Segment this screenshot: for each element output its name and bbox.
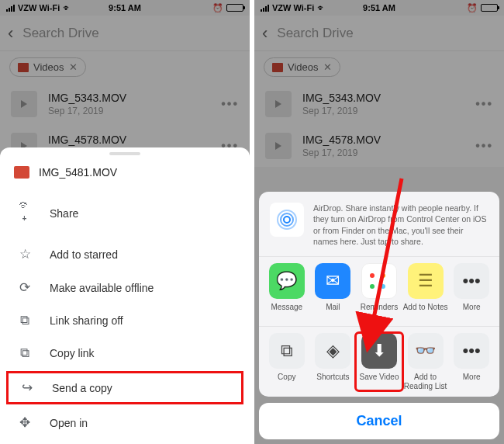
mail-icon: ✉ [315, 263, 350, 299]
action-save-video[interactable]: ⬇ Save Video [356, 333, 402, 390]
open-in-icon: ✥ [17, 415, 33, 431]
action-reading-list[interactable]: 👓 Add to Reading List [402, 333, 449, 390]
sheet-title: IMG_5481.MOV [39, 166, 117, 179]
share-message[interactable]: 💬 Message [264, 263, 310, 320]
share-row-actions: ⧉ Copy ◈ Shortcuts ⬇ Save Video 👓 Add to… [259, 326, 499, 397]
menu-send-copy[interactable]: ↪ Send a copy [6, 371, 243, 404]
more-icon: ••• [454, 263, 489, 299]
star-icon: ☆ [17, 246, 33, 262]
action-more[interactable]: ••• More [448, 333, 495, 390]
message-icon: 💬 [269, 263, 305, 299]
share-notes[interactable]: ☰ Add to Notes [402, 263, 449, 320]
svg-point-0 [284, 217, 290, 223]
send-copy-icon: ↪ [19, 380, 35, 396]
menu-share[interactable]: ᯤ⁺ Share [0, 189, 250, 238]
copy-link-icon: ⧉ [17, 345, 33, 361]
action-copy[interactable]: ⧉ Copy [264, 333, 310, 390]
airdrop-row[interactable]: AirDrop. Share instantly with people nea… [259, 192, 499, 256]
svg-point-1 [281, 213, 293, 226]
video-icon [14, 166, 29, 179]
more-icon: ••• [454, 333, 489, 369]
save-video-icon: ⬇ [361, 333, 397, 369]
share-row-apps: 💬 Message ✉ Mail Reminders ☰ Add to Note… [259, 256, 499, 326]
offline-icon: ⟳ [17, 279, 33, 296]
airdrop-icon [270, 203, 304, 237]
reading-list-icon: 👓 [408, 333, 444, 369]
share-sheet: AirDrop. Share instantly with people nea… [259, 192, 499, 439]
reminders-icon [361, 263, 397, 299]
cancel-button[interactable]: Cancel [259, 403, 499, 439]
bottom-sheet: IMG_5481.MOV ᯤ⁺ Share ☆ Add to starred ⟳… [0, 147, 250, 444]
link-off-icon: ⧉ [17, 313, 33, 328]
share-reminders[interactable]: Reminders [356, 263, 402, 320]
airdrop-text: AirDrop. Share instantly with people nea… [313, 203, 488, 247]
menu-copy-link[interactable]: ⧉ Copy link [0, 337, 250, 369]
sheet-title-row: IMG_5481.MOV [0, 158, 250, 189]
notes-icon: ☰ [408, 263, 444, 299]
share-more-apps[interactable]: ••• More [448, 263, 495, 320]
menu-add-starred[interactable]: ☆ Add to starred [0, 238, 250, 271]
menu-link-sharing-off[interactable]: ⧉ Link sharing off [0, 304, 250, 337]
share-icon: ᯤ⁺ [17, 198, 33, 229]
copy-icon: ⧉ [269, 333, 305, 369]
sheet-grabber[interactable] [109, 152, 140, 155]
left-phone: VZW Wi-Fi ᯤ 9:51 AM ⏰ ‹ Search Drive Vid… [0, 0, 250, 444]
menu-open-in[interactable]: ✥ Open in [0, 406, 250, 439]
share-mail[interactable]: ✉ Mail [310, 263, 357, 320]
right-phone: VZW Wi-Fi ᯤ 9:51 AM ⏰ ‹ Search Drive Vid… [254, 0, 504, 444]
menu-offline[interactable]: ⟳ Make available offline [0, 271, 250, 304]
shortcuts-icon: ◈ [315, 333, 350, 369]
action-shortcuts[interactable]: ◈ Shortcuts [310, 333, 357, 390]
